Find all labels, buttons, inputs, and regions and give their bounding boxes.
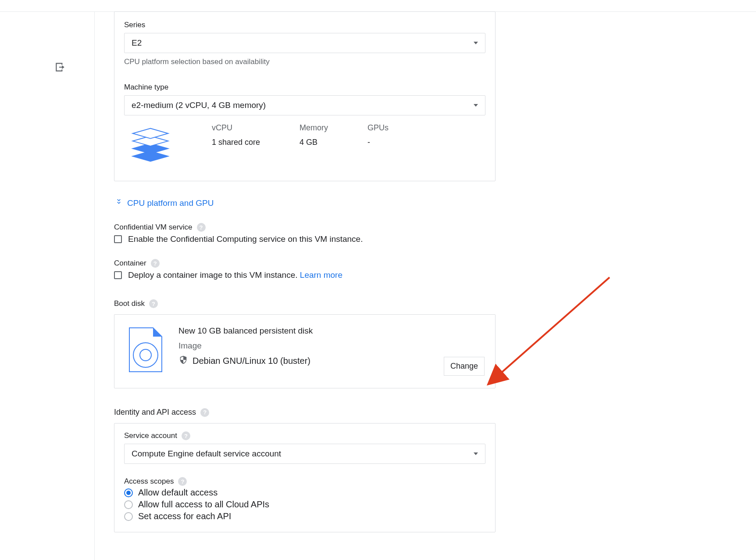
series-hint: CPU platform selection based on availabi… [124, 57, 485, 66]
confidential-checkbox-label: Enable the Confidential Computing servic… [128, 234, 363, 244]
container-checkbox-row[interactable]: Deploy a container image to this VM inst… [114, 270, 496, 280]
access-scope-label: Set access for each API [138, 511, 231, 521]
annotation-arrow [487, 269, 618, 391]
help-icon[interactable]: ? [149, 299, 158, 308]
vcpu-label: vCPU [212, 123, 260, 133]
help-icon[interactable]: ? [151, 259, 160, 268]
access-scope-label: Allow full access to all Cloud APIs [138, 499, 269, 510]
help-icon[interactable]: ? [197, 223, 206, 232]
series-label: Series [124, 21, 485, 29]
machine-stats: vCPU 1 shared core Memory 4 GB GPUs - [124, 115, 485, 169]
machine-type-label: Machine type [124, 83, 485, 92]
container-learn-more-link[interactable]: Learn more [300, 270, 342, 280]
machine-type-select-value: e2-medium (2 vCPU, 4 GB memory) [132, 101, 266, 110]
cpu-platform-gpu-toggle[interactable]: CPU platform and GPU [115, 198, 496, 208]
cpu-platform-gpu-label: CPU platform and GPU [127, 198, 214, 208]
series-select-value: E2 [132, 38, 142, 48]
service-account-select[interactable]: Compute Engine default service account [124, 444, 485, 464]
memory-value: 4 GB [300, 138, 328, 147]
expand-icon [115, 198, 123, 208]
radio-icon [124, 488, 133, 497]
confidential-title: Confidential VM service [114, 223, 193, 232]
memory-label: Memory [300, 123, 328, 133]
checkbox-icon [114, 235, 122, 243]
access-scopes-label: Access scopes [124, 477, 174, 486]
series-select[interactable]: E2 [124, 33, 485, 53]
shield-icon [178, 355, 188, 367]
disk-stack-icon [128, 123, 172, 167]
help-icon[interactable]: ? [182, 431, 190, 440]
container-checkbox-label: Deploy a container image to this VM inst… [128, 270, 300, 280]
machine-type-select[interactable]: e2-medium (2 vCPU, 4 GB memory) [124, 95, 485, 115]
caret-down-icon [474, 104, 478, 107]
iaa-box: Service account ? Compute Engine default… [114, 423, 496, 532]
access-scope-option[interactable]: Allow default access [124, 488, 485, 498]
machine-config-box: Series E2 CPU platform selection based o… [114, 11, 496, 181]
boot-disk-box: New 10 GB balanced persistent disk Image… [114, 314, 496, 388]
disk-icon [128, 326, 164, 375]
caret-down-icon [474, 452, 478, 455]
boot-image-name: Debian GNU/Linux 10 (buster) [193, 356, 310, 366]
svg-line-6 [500, 277, 610, 374]
help-icon[interactable]: ? [200, 408, 209, 417]
change-boot-disk-button[interactable]: Change [444, 357, 485, 376]
help-icon[interactable]: ? [178, 477, 187, 486]
side-divider [94, 11, 95, 560]
access-scope-label: Allow default access [138, 488, 218, 498]
checkbox-icon [114, 271, 122, 279]
radio-icon [124, 500, 133, 509]
boot-disk-title: Boot disk [114, 299, 145, 308]
gpus-value: - [367, 138, 389, 147]
boot-image-label: Image [178, 341, 485, 351]
radio-icon [124, 512, 133, 521]
access-scope-option[interactable]: Set access for each API [124, 511, 485, 521]
confidential-checkbox-row[interactable]: Enable the Confidential Computing servic… [114, 234, 496, 244]
svg-point-5 [140, 349, 151, 361]
vcpu-value: 1 shared core [212, 138, 260, 147]
svg-marker-3 [133, 129, 168, 139]
gpus-label: GPUs [367, 123, 389, 133]
iaa-title: Identity and API access [114, 408, 196, 417]
container-title: Container [114, 259, 146, 268]
caret-down-icon [474, 42, 478, 44]
service-account-value: Compute Engine default service account [132, 449, 281, 459]
boot-disk-desc: New 10 GB balanced persistent disk [178, 326, 485, 336]
service-account-label: Service account [124, 431, 177, 440]
svg-point-4 [133, 343, 158, 367]
collapse-sidebar-icon[interactable] [54, 61, 66, 74]
access-scope-option[interactable]: Allow full access to all Cloud APIs [124, 499, 485, 510]
